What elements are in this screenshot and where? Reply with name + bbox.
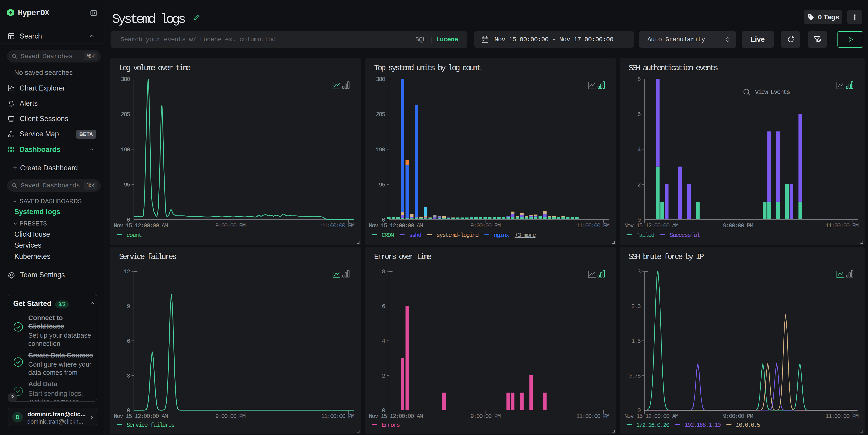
svg-text:4: 4 <box>382 338 385 345</box>
svg-text:4: 4 <box>637 146 641 153</box>
svg-text:Nov 15 12:00:00 AM: Nov 15 12:00:00 AM <box>624 222 678 229</box>
svg-text:9:00:00 PM: 9:00:00 PM <box>215 413 245 420</box>
svg-text:6: 6 <box>127 338 130 345</box>
svg-text:11:00:00 PM: 11:00:00 PM <box>576 222 609 229</box>
svg-text:2: 2 <box>382 373 385 379</box>
svg-text:95: 95 <box>379 182 385 188</box>
svg-text:11:00:00 PM: 11:00:00 PM <box>576 413 609 420</box>
svg-text:9:00:00 PM: 9:00:00 PM <box>470 222 500 229</box>
svg-text:11:00:00 PM: 11:00:00 PM <box>321 413 354 420</box>
svg-text:8: 8 <box>637 76 641 83</box>
svg-text:sshd: sshd <box>409 232 421 239</box>
svg-text:9:00:00 PM: 9:00:00 PM <box>470 413 500 420</box>
svg-text:1.5: 1.5 <box>631 338 641 345</box>
svg-text:Failed: Failed <box>636 232 654 239</box>
svg-text:6: 6 <box>382 303 385 310</box>
svg-text:0.75: 0.75 <box>628 373 641 379</box>
svg-text:Nov 15 12:00:00 AM: Nov 15 12:00:00 AM <box>369 222 423 229</box>
svg-text:95: 95 <box>124 182 130 188</box>
svg-text:380: 380 <box>121 76 130 83</box>
svg-text:380: 380 <box>376 76 385 83</box>
svg-text:Service failures: Service failures <box>126 422 175 429</box>
svg-text:View Events: View Events <box>755 89 790 96</box>
svg-text:10.0.0.5: 10.0.0.5 <box>736 422 760 429</box>
svg-text:3: 3 <box>637 268 641 275</box>
svg-text:?: ? <box>11 394 14 400</box>
svg-text:6: 6 <box>637 111 641 118</box>
svg-text:190: 190 <box>376 146 385 153</box>
svg-text:count: count <box>126 232 142 239</box>
svg-text:9:00:00 PM: 9:00:00 PM <box>723 413 753 420</box>
svg-text:285: 285 <box>376 111 385 118</box>
svg-text:Nov 15 12:00:00 AM: Nov 15 12:00:00 AM <box>114 222 168 229</box>
svg-text:nginx: nginx <box>494 232 509 239</box>
svg-text:Successful: Successful <box>670 232 700 239</box>
svg-text:CRON: CRON <box>381 232 394 239</box>
svg-text:Nov 15 12:00:00 AM: Nov 15 12:00:00 AM <box>114 413 168 420</box>
svg-text:190: 190 <box>121 146 130 153</box>
svg-text:172.16.0.20: 172.16.0.20 <box>636 422 669 429</box>
svg-text:285: 285 <box>121 111 130 118</box>
svg-text:11:00:00 PM: 11:00:00 PM <box>826 222 859 229</box>
svg-text:2.3: 2.3 <box>631 303 641 310</box>
svg-text:11:00:00 PM: 11:00:00 PM <box>826 413 859 420</box>
svg-text:11:00:00 PM: 11:00:00 PM <box>321 222 354 229</box>
svg-text:9:00:00 PM: 9:00:00 PM <box>215 222 245 229</box>
svg-text:3: 3 <box>127 373 130 379</box>
svg-text:2: 2 <box>637 182 641 188</box>
svg-text:192.168.1.10: 192.168.1.10 <box>684 422 720 429</box>
svg-text:9: 9 <box>127 303 130 310</box>
svg-text:systemd-logind: systemd-logind <box>436 232 478 239</box>
svg-text:+3 more: +3 more <box>515 232 536 239</box>
svg-text:Nov 15 12:00:00 AM: Nov 15 12:00:00 AM <box>369 413 423 420</box>
svg-text:Errors: Errors <box>381 422 400 429</box>
svg-text:9:00:00 PM: 9:00:00 PM <box>723 222 753 229</box>
svg-text:8: 8 <box>382 268 385 275</box>
svg-text:Nov 15 12:00:00 AM: Nov 15 12:00:00 AM <box>624 413 678 420</box>
svg-text:12: 12 <box>124 268 130 275</box>
